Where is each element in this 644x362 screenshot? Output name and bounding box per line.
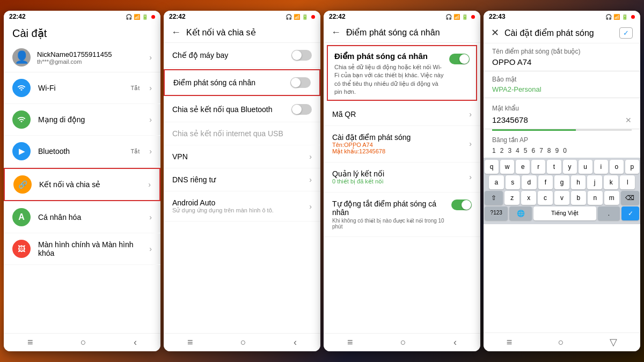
- back-nav-icon-4[interactable]: ▽: [610, 336, 617, 348]
- save-checkmark[interactable]: ✓: [619, 27, 633, 39]
- key-backspace[interactable]: ⌫: [621, 191, 639, 205]
- hotspot-main-knob: [459, 54, 469, 64]
- key-enter[interactable]: ✓: [621, 206, 639, 220]
- auto-chevron: ›: [309, 202, 312, 211]
- hotspot-toggle[interactable]: [290, 77, 311, 88]
- personal-chevron: ›: [149, 213, 152, 221]
- clear-button[interactable]: ✕: [625, 116, 632, 124]
- menu-nav-icon-4[interactable]: ≡: [507, 337, 513, 348]
- settings-item-wifi[interactable]: Wi-Fi Tắt ›: [4, 72, 160, 104]
- airplane-toggle[interactable]: [291, 50, 312, 61]
- key-i[interactable]: i: [594, 160, 608, 174]
- key-g[interactable]: g: [554, 175, 569, 189]
- key-space[interactable]: Tiếng Việt: [533, 206, 596, 220]
- key-globe[interactable]: 🌐: [509, 206, 531, 220]
- name-field-label: Tên điểm phát sóng (bắt buộc): [484, 43, 640, 56]
- menu-hotspot-settings[interactable]: Cài đặt điểm phát sóng Tên:OPPO A74 Mật …: [324, 126, 480, 162]
- key-shift[interactable]: ⇧: [485, 191, 503, 205]
- hotspot-main-title: Điểm phát sóng cá nhân: [334, 51, 445, 63]
- key-r[interactable]: r: [531, 160, 545, 174]
- key-period[interactable]: .: [598, 206, 620, 220]
- key-k[interactable]: k: [604, 175, 619, 189]
- key-q[interactable]: q: [485, 160, 499, 174]
- key-n[interactable]: n: [588, 191, 603, 205]
- menu-nav-icon-2[interactable]: ≡: [187, 337, 193, 348]
- auto-off-toggle[interactable]: [451, 200, 472, 210]
- menu-nav-icon-3[interactable]: ≡: [347, 337, 353, 348]
- kb-row-4: ?123 🌐 Tiếng Việt . ✓: [485, 206, 639, 220]
- usb-share-label: Chia sẻ kết nối internet qua USB: [172, 129, 283, 138]
- menu-hotspot[interactable]: Điểm phát sóng cá nhân: [164, 69, 320, 96]
- key-c[interactable]: c: [538, 191, 553, 205]
- close-button[interactable]: ✕: [491, 27, 499, 39]
- key-t[interactable]: t: [547, 160, 561, 174]
- settings-item-mobile[interactable]: Mạng di động ›: [4, 104, 160, 136]
- key-o[interactable]: o: [610, 160, 624, 174]
- hotspot-main-toggle[interactable]: [449, 54, 470, 64]
- password-strength-bar: [492, 129, 632, 131]
- menu-manage-connect[interactable]: Quản lý kết nối 0 thiết bị đã kết nối ›: [324, 162, 480, 193]
- key-u[interactable]: u: [579, 160, 592, 174]
- key-f[interactable]: f: [538, 175, 553, 189]
- airplane-label: Chế độ máy bay: [172, 51, 228, 60]
- key-x[interactable]: x: [521, 191, 536, 205]
- password-field-label: Mật khẩu: [484, 100, 640, 113]
- key-symbols[interactable]: ?123: [485, 206, 508, 220]
- screen1-settings: 22:42 🎧 📶 🔋 Cài đặt 👤 NickName0175591145…: [4, 11, 160, 351]
- manage-chevron: ›: [469, 173, 472, 181]
- key-p[interactable]: p: [625, 160, 639, 174]
- bluetooth-label: Bluetooth: [38, 147, 123, 156]
- key-v[interactable]: v: [554, 191, 569, 205]
- key-j[interactable]: j: [587, 175, 602, 189]
- back-nav-icon-2[interactable]: ‹: [294, 337, 297, 348]
- profile-info: NickName01755911455 th***@gmail.com: [37, 50, 143, 65]
- menu-dns[interactable]: DNS riêng tư ›: [164, 168, 320, 191]
- key-e[interactable]: e: [516, 160, 530, 174]
- profile-row[interactable]: 👤 NickName01755911455 th***@gmail.com ›: [4, 43, 160, 72]
- key-z[interactable]: z: [504, 191, 519, 205]
- menu-airplane[interactable]: Chế độ máy bay: [164, 43, 320, 68]
- bt-status: Tắt: [131, 148, 140, 155]
- menu-qr[interactable]: Mã QR ›: [324, 103, 480, 126]
- menu-nav-icon[interactable]: ≡: [27, 337, 33, 348]
- back-button-3[interactable]: ←: [331, 27, 341, 38]
- home-nav-icon[interactable]: ○: [80, 337, 86, 348]
- menu-android-auto[interactable]: Android Auto Sử dụng ứng dụng trên màn h…: [164, 191, 320, 221]
- password-input-row[interactable]: 12345678 ✕: [484, 113, 640, 129]
- key-w[interactable]: w: [500, 160, 514, 174]
- key-d[interactable]: d: [522, 175, 537, 189]
- screen-label: Màn hình chính và Màn hình khóa: [38, 240, 142, 257]
- wifi-chevron: ›: [149, 84, 152, 92]
- home-nav-icon-2[interactable]: ○: [240, 337, 246, 348]
- home-nav-icon-3[interactable]: ○: [400, 337, 406, 348]
- key-s[interactable]: s: [506, 175, 521, 189]
- auto-off-knob: [462, 200, 471, 210]
- hotspot-block[interactable]: Điểm phát sóng cá nhân Chia sẻ dữ liệu d…: [327, 45, 477, 101]
- key-b[interactable]: b: [571, 191, 586, 205]
- settings-item-connect[interactable]: 🔗 Kết nối và chia sẻ ›: [4, 168, 160, 201]
- menu-vpn[interactable]: VPN ›: [164, 145, 320, 168]
- bt-chevron: ›: [149, 147, 152, 156]
- menu-bt-share[interactable]: Chia sẻ kết nối qua Bluetooth: [164, 97, 320, 122]
- manage-label: Quản lý kết nối: [332, 169, 384, 178]
- home-nav-icon-4[interactable]: ○: [558, 337, 564, 348]
- key-l[interactable]: l: [620, 175, 635, 189]
- progress-fill: [492, 129, 576, 131]
- back-button-2[interactable]: ←: [171, 27, 181, 38]
- screen3-content: Điểm phát sóng cá nhân Chia sẻ dữ liệu d…: [324, 43, 480, 333]
- settings-item-screen[interactable]: 🖼 Màn hình chính và Màn hình khóa ›: [4, 233, 160, 265]
- key-a[interactable]: a: [489, 175, 504, 189]
- key-m[interactable]: m: [604, 191, 619, 205]
- record-dot-3: [471, 15, 475, 19]
- key-y[interactable]: y: [563, 160, 577, 174]
- menu-auto-off[interactable]: Tự động tắt điểm phát sóng cá nhân Khi k…: [324, 193, 480, 237]
- settings-item-personal[interactable]: A Cá nhân hóa ›: [4, 202, 160, 233]
- bt-share-toggle[interactable]: [291, 104, 312, 115]
- time-3: 22:42: [329, 13, 346, 20]
- back-nav-icon[interactable]: ‹: [134, 337, 137, 348]
- hs-settings-sub2: Mật khẩu:12345678: [332, 148, 411, 155]
- key-h[interactable]: h: [571, 175, 586, 189]
- back-nav-icon-3[interactable]: ‹: [453, 337, 457, 348]
- header-3: ← Điểm phát sóng cá nhân: [324, 23, 480, 43]
- settings-item-bluetooth[interactable]: ▶ Bluetooth Tắt ›: [4, 136, 160, 167]
